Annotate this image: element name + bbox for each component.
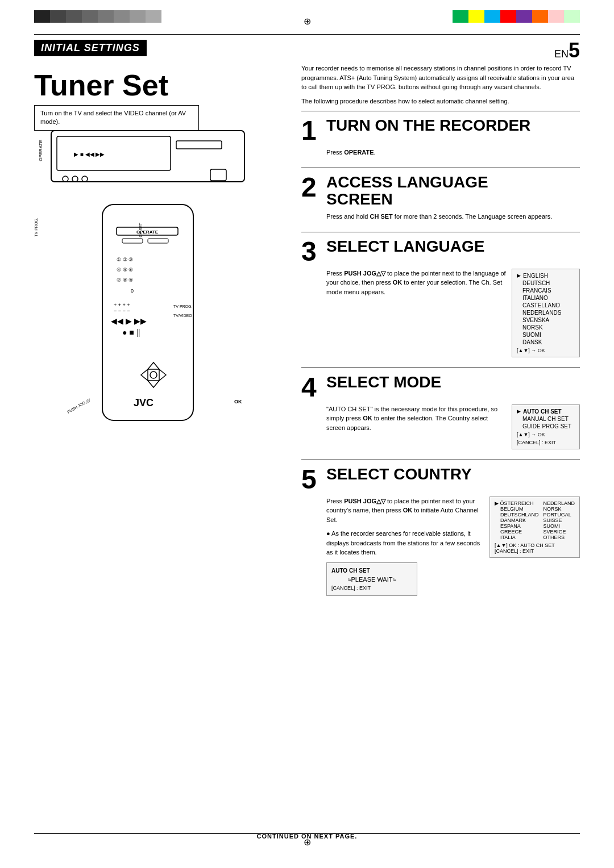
svg-text:⑦ ⑧ ⑨: ⑦ ⑧ ⑨ — [117, 277, 133, 283]
svg-text:OK: OK — [234, 399, 242, 404]
reg-mark-top: ⊕ — [304, 16, 311, 27]
illustration-area: ▶ ■ ◀◀ ▶▶ OPERATE TV PROG. CH SET OPERAT… — [34, 125, 273, 454]
step-1-number: 1 — [301, 117, 320, 144]
svg-rect-31 — [148, 239, 168, 243]
step-4: 4 SELECT MODE "AUTO CH SET" is the neces… — [301, 368, 580, 449]
svg-point-29 — [150, 372, 157, 378]
please-wait-box: AUTO CH SET ≈PLEASE WAIT≈ [CANCEL] : EXI… — [326, 562, 417, 596]
step-5-number: 5 — [301, 466, 320, 493]
svg-text:① ② ③: ① ② ③ — [117, 257, 133, 262]
step-1: 1 TURN ON THE RECORDER Press OPERATE. — [301, 111, 580, 157]
svg-text:● ■ ‖: ● ■ ‖ — [122, 328, 140, 337]
svg-text:▶ ■ ◀◀ ▶▶: ▶ ■ ◀◀ ▶▶ — [74, 151, 105, 157]
step-3-body: Press PUSH JOG△▽ to place the pointer ne… — [326, 269, 580, 357]
step-5: 5 SELECT COUNTRY Press PUSH JOG△▽ to pla… — [301, 460, 580, 596]
step-3-title: SELECT LANGUAGE — [326, 238, 484, 256]
svg-point-4 — [63, 176, 68, 182]
step-3-screen: ▶ ENGLISH DEUTSCH FRANCAIS ITALIANO CAST… — [512, 269, 580, 357]
svg-text:PUSH JOG△▽: PUSH JOG△▽ — [67, 397, 92, 414]
svg-rect-30 — [122, 239, 143, 243]
step-5-body: Press PUSH JOG△▽ to place the pointer ne… — [326, 496, 580, 558]
page-number: EN5 — [554, 39, 580, 62]
page-title: Tuner Set — [34, 68, 168, 102]
step-2: 2 ACCESS LANGUAGESCREEN Press and hold C… — [301, 168, 580, 222]
step-2-number: 2 — [301, 174, 320, 201]
svg-point-5 — [72, 176, 78, 182]
svg-text:0: 0 — [131, 288, 134, 294]
svg-text:◀◀ ▶ ▶▶: ◀◀ ▶ ▶▶ — [111, 316, 147, 326]
step-3-number: 3 — [301, 238, 320, 265]
svg-text:TV/VIDEO: TV/VIDEO — [173, 314, 192, 318]
svg-marker-25 — [148, 362, 159, 369]
svg-text:OPERATE: OPERATE — [136, 229, 159, 235]
svg-text:TV PROG.: TV PROG. — [173, 304, 193, 308]
step-3: 3 SELECT LANGUAGE Press PUSH JOG△▽ to pl… — [301, 232, 580, 357]
footer-bar — [34, 833, 580, 834]
step-4-title: SELECT MODE — [326, 374, 441, 391]
svg-text:JVC: JVC — [134, 397, 154, 408]
steps-area: 1 TURN ON THE RECORDER Press OPERATE. 2 … — [301, 111, 580, 606]
svg-text:− − − −: − − − − — [114, 308, 130, 314]
step-4-body: "AUTO CH SET" is the necessary mode for … — [326, 404, 580, 449]
header-bar — [34, 34, 580, 35]
svg-marker-28 — [159, 369, 166, 381]
step-1-title: TURN ON THE RECORDER — [326, 117, 530, 135]
svg-text:TV PROG.: TV PROG. — [34, 218, 38, 237]
svg-marker-27 — [141, 369, 148, 381]
svg-rect-3 — [176, 141, 222, 149]
svg-rect-7 — [210, 169, 226, 181]
right-description: Your recorder needs to memorise all nece… — [301, 64, 580, 110]
svg-marker-26 — [148, 381, 159, 387]
step-1-body: Press OPERATE. — [326, 148, 580, 157]
svg-text:④ ⑤ ⑥: ④ ⑤ ⑥ — [117, 267, 133, 273]
svg-text:OPERATE: OPERATE — [38, 140, 43, 161]
step-5-screen: ▶ ÖSTERREICH BELGIUM DEUTSCHLAND DANMARK… — [489, 496, 580, 558]
section-header: INITIAL SETTINGS — [34, 40, 147, 56]
step-4-number: 4 — [301, 374, 320, 401]
step-2-body: Press and hold CH SET for more than 2 se… — [326, 212, 580, 222]
svg-text:+ + + +: + + + + — [114, 302, 130, 308]
step-5-title: SELECT COUNTRY — [326, 466, 472, 483]
color-bars-left — [34, 10, 161, 23]
step-4-screen: ▶ AUTO CH SET MANUAL CH SET GUIDE PROG S… — [512, 404, 580, 449]
step-2-title: ACCESS LANGUAGESCREEN — [326, 174, 488, 209]
color-bars-right — [453, 10, 580, 23]
svg-point-6 — [82, 176, 88, 182]
